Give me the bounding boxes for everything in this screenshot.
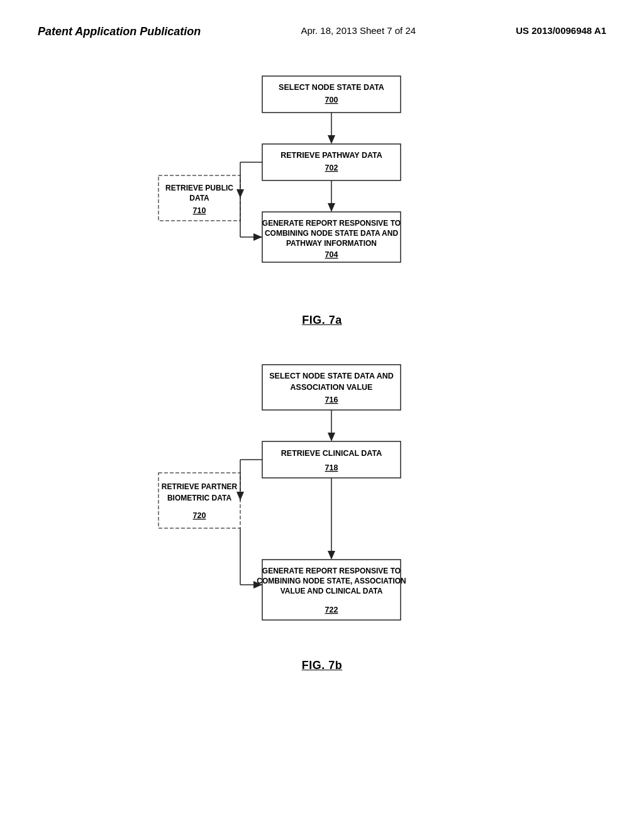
fig7a-label: FIG. 7a xyxy=(302,314,342,327)
svg-marker-9 xyxy=(328,203,335,212)
svg-text:DATA: DATA xyxy=(189,194,209,202)
svg-text:720: 720 xyxy=(193,511,206,520)
svg-text:COMBINING NODE STATE DATA AND: COMBINING NODE STATE DATA AND xyxy=(265,229,399,238)
svg-rect-0 xyxy=(262,76,401,113)
svg-rect-31 xyxy=(262,441,401,478)
svg-text:BIOMETRIC DATA: BIOMETRIC DATA xyxy=(167,494,232,502)
svg-text:ASSOCIATION VALUE: ASSOCIATION VALUE xyxy=(291,383,373,392)
fig7b-section: SELECT NODE STATE DATA AND ASSOCIATION V… xyxy=(0,358,644,678)
svg-text:PATHWAY INFORMATION: PATHWAY INFORMATION xyxy=(286,239,377,248)
svg-rect-5 xyxy=(262,144,401,180)
svg-text:722: 722 xyxy=(325,606,338,614)
fig7b-diagram: SELECT NODE STATE DATA AND ASSOCIATION V… xyxy=(146,358,498,648)
fig7b-label: FIG. 7b xyxy=(302,659,343,672)
header-sheet-info: Apr. 18, 2013 Sheet 7 of 24 xyxy=(301,25,416,36)
svg-text:718: 718 xyxy=(325,463,338,472)
svg-text:704: 704 xyxy=(325,250,338,259)
svg-text:VALUE AND CLINICAL DATA: VALUE AND CLINICAL DATA xyxy=(280,587,383,595)
svg-marker-35 xyxy=(328,551,335,560)
header: Patent Application Publication Apr. 18, … xyxy=(0,0,644,51)
svg-text:RETRIEVE PUBLIC: RETRIEVE PUBLIC xyxy=(165,184,233,192)
svg-marker-30 xyxy=(328,433,335,441)
svg-text:702: 702 xyxy=(325,163,338,172)
svg-text:SELECT NODE STATE DATA: SELECT NODE STATE DATA xyxy=(279,83,384,92)
svg-marker-24 xyxy=(253,233,262,241)
svg-text:COMBINING NODE STATE, ASSOCIAT: COMBINING NODE STATE, ASSOCIATION xyxy=(257,577,406,585)
svg-text:GENERATE REPORT RESPONSIVE TO: GENERATE REPORT RESPONSIVE TO xyxy=(262,219,401,228)
diagrams-container: SELECT NODE STATE DATA 700 RETRIEVE PATH… xyxy=(0,51,644,716)
header-patent-number: US 2013/0096948 A1 xyxy=(516,25,606,36)
fig7a-diagram: SELECT NODE STATE DATA 700 RETRIEVE PATH… xyxy=(146,70,498,302)
header-publication-label: Patent Application Publication xyxy=(38,25,201,38)
svg-text:700: 700 xyxy=(325,96,338,104)
svg-text:716: 716 xyxy=(325,396,338,404)
svg-text:RETRIEVE CLINICAL DATA: RETRIEVE CLINICAL DATA xyxy=(281,449,382,458)
svg-text:710: 710 xyxy=(193,206,206,215)
svg-text:RETRIEVE PARTNER: RETRIEVE PARTNER xyxy=(162,482,238,491)
svg-marker-4 xyxy=(328,135,335,144)
fig7a-section: SELECT NODE STATE DATA 700 RETRIEVE PATH… xyxy=(0,70,644,333)
svg-text:SELECT NODE STATE DATA AND: SELECT NODE STATE DATA AND xyxy=(269,372,393,380)
svg-text:GENERATE REPORT RESPONSIVE TO: GENERATE REPORT RESPONSIVE TO xyxy=(262,567,401,575)
svg-text:RETRIEVE PATHWAY DATA: RETRIEVE PATHWAY DATA xyxy=(280,151,382,160)
page: Patent Application Publication Apr. 18, … xyxy=(0,0,644,830)
